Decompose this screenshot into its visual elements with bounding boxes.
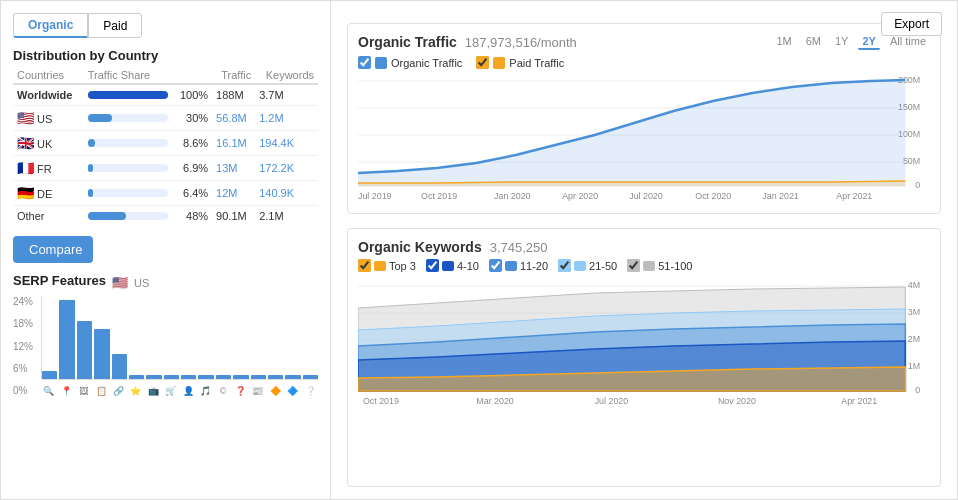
keywords-chart-svg: 4M 3M 2M 1M 0 bbox=[358, 278, 930, 408]
keywords-title: Organic Keywords bbox=[358, 239, 482, 255]
svg-text:Mar 2020: Mar 2020 bbox=[476, 396, 513, 406]
legend-organic-check[interactable] bbox=[358, 56, 371, 69]
traffic-value[interactable]: 13M bbox=[212, 156, 255, 181]
time-all[interactable]: All time bbox=[886, 34, 930, 50]
serp-icon-4: 🔗 bbox=[111, 386, 126, 396]
distribution-section: Distribution by Country Countries Traffi… bbox=[13, 48, 318, 226]
serp-bar-0 bbox=[42, 371, 57, 379]
svg-text:Nov 2020: Nov 2020 bbox=[718, 396, 756, 406]
traffic-pct: 48% bbox=[172, 206, 212, 227]
kw-dot-51-100 bbox=[643, 261, 655, 271]
kw-legend-11-20: 11-20 bbox=[489, 259, 548, 272]
kw-check-21-50[interactable] bbox=[558, 259, 571, 272]
svg-text:Jul 2019: Jul 2019 bbox=[358, 191, 392, 201]
traffic-chart-wrapper: 200M 150M 100M 50M 0 bbox=[358, 73, 930, 203]
dist-row-other: Other 48% 90.1M 2.1M bbox=[13, 206, 318, 227]
col-keywords: Keywords bbox=[255, 67, 318, 84]
serp-icon-6: 📺 bbox=[146, 386, 161, 396]
keywords-value: 3,745,250 bbox=[490, 240, 548, 255]
traffic-legend: Organic Traffic Paid Traffic bbox=[358, 56, 577, 69]
kw-check-11-20[interactable] bbox=[489, 259, 502, 272]
serp-region: US bbox=[134, 277, 149, 289]
serp-bar-6 bbox=[146, 375, 161, 379]
traffic-pct: 8.6% bbox=[172, 131, 212, 156]
serp-bar-5 bbox=[129, 375, 144, 379]
svg-text:1M: 1M bbox=[908, 361, 920, 371]
traffic-bar bbox=[84, 156, 172, 181]
tab-organic[interactable]: Organic bbox=[13, 13, 88, 38]
country-name: 🇩🇪DE bbox=[13, 181, 84, 206]
time-1m[interactable]: 1M bbox=[772, 34, 795, 50]
organic-keywords-section: Organic Keywords 3,745,250 Top 3 4-10 bbox=[347, 228, 941, 487]
country-name: Other bbox=[13, 206, 84, 227]
svg-text:Oct 2019: Oct 2019 bbox=[421, 191, 457, 201]
svg-text:Oct 2019: Oct 2019 bbox=[363, 396, 399, 406]
serp-icon-0: 🔍 bbox=[41, 386, 56, 396]
compare-section: Compare bbox=[13, 236, 318, 263]
keywords-value[interactable]: 172.2K bbox=[255, 156, 318, 181]
traffic-value[interactable]: 12M bbox=[212, 181, 255, 206]
serp-icon-1: 📍 bbox=[58, 386, 73, 396]
kw-label-51-100: 51-100 bbox=[658, 260, 692, 272]
serp-bar-10 bbox=[216, 375, 231, 379]
kw-label-11-20: 11-20 bbox=[520, 260, 548, 272]
keywords-value[interactable]: 194.4K bbox=[255, 131, 318, 156]
compare-button[interactable]: Compare bbox=[13, 236, 93, 263]
kw-dot-4-10 bbox=[442, 261, 454, 271]
legend-paid-check[interactable] bbox=[476, 56, 489, 69]
distribution-table: Countries Traffic Share Traffic Keywords… bbox=[13, 67, 318, 226]
traffic-pct: 6.9% bbox=[172, 156, 212, 181]
serp-icon-13: 🔶 bbox=[268, 386, 283, 396]
serp-icon-2: 🖼 bbox=[76, 386, 91, 396]
traffic-pct: 30% bbox=[172, 106, 212, 131]
time-2y[interactable]: 2Y bbox=[858, 34, 879, 50]
serp-icon-10: © bbox=[215, 386, 230, 396]
serp-icon-3: 📋 bbox=[93, 386, 108, 396]
svg-text:Apr 2021: Apr 2021 bbox=[836, 191, 872, 201]
traffic-pct: 100% bbox=[172, 84, 212, 106]
svg-text:Jan 2021: Jan 2021 bbox=[762, 191, 798, 201]
serp-bar-3 bbox=[94, 329, 109, 379]
traffic-value[interactable]: 16.1M bbox=[212, 131, 255, 156]
serp-bars bbox=[41, 296, 318, 380]
kw-check-4-10[interactable] bbox=[426, 259, 439, 272]
serp-title: SERP Features bbox=[13, 273, 106, 288]
country-name: 🇫🇷FR bbox=[13, 156, 84, 181]
serp-bar-12 bbox=[251, 375, 266, 379]
keywords-value[interactable]: 140.9K bbox=[255, 181, 318, 206]
legend-paid-dot bbox=[493, 57, 505, 69]
time-1y[interactable]: 1Y bbox=[831, 34, 852, 50]
serp-bar-14 bbox=[285, 375, 300, 379]
serp-icon-15: ❔ bbox=[303, 386, 318, 396]
col-pct bbox=[172, 67, 212, 84]
country-name: 🇺🇸US bbox=[13, 106, 84, 131]
kw-label-21-50: 21-50 bbox=[589, 260, 617, 272]
tab-paid[interactable]: Paid bbox=[88, 13, 142, 38]
kw-dot-21-50 bbox=[574, 261, 586, 271]
kw-check-51-100[interactable] bbox=[627, 259, 640, 272]
organic-traffic-section: Organic Traffic 187,973,516/month Organi… bbox=[347, 23, 941, 214]
serp-icon-14: 🔷 bbox=[285, 386, 300, 396]
svg-text:Oct 2020: Oct 2020 bbox=[695, 191, 731, 201]
serp-icon-7: 🛒 bbox=[163, 386, 178, 396]
right-panel: Export Organic Traffic 187,973,516/month… bbox=[331, 1, 957, 499]
kw-legend-4-10: 4-10 bbox=[426, 259, 479, 272]
serp-bar-8 bbox=[181, 375, 196, 379]
keywords-value[interactable]: 1.2M bbox=[255, 106, 318, 131]
kw-check-top3[interactable] bbox=[358, 259, 371, 272]
country-name: Worldwide bbox=[13, 84, 84, 106]
traffic-value: 187,973,516/month bbox=[465, 35, 577, 50]
serp-bar-1 bbox=[59, 300, 74, 379]
kw-legend-21-50: 21-50 bbox=[558, 259, 617, 272]
svg-text:Apr 2020: Apr 2020 bbox=[562, 191, 598, 201]
traffic-value: 90.1M bbox=[212, 206, 255, 227]
col-traffic: Traffic bbox=[212, 67, 255, 84]
dist-row-uk: 🇬🇧UK 8.6% 16.1M 194.4K bbox=[13, 131, 318, 156]
svg-text:50M: 50M bbox=[903, 156, 920, 166]
left-panel: Organic Paid Distribution by Country Cou… bbox=[1, 1, 331, 499]
traffic-value: 188M bbox=[212, 84, 255, 106]
export-button[interactable]: Export bbox=[881, 12, 942, 36]
time-6m[interactable]: 6M bbox=[802, 34, 825, 50]
traffic-value[interactable]: 56.8M bbox=[212, 106, 255, 131]
serp-bar-11 bbox=[233, 375, 248, 379]
